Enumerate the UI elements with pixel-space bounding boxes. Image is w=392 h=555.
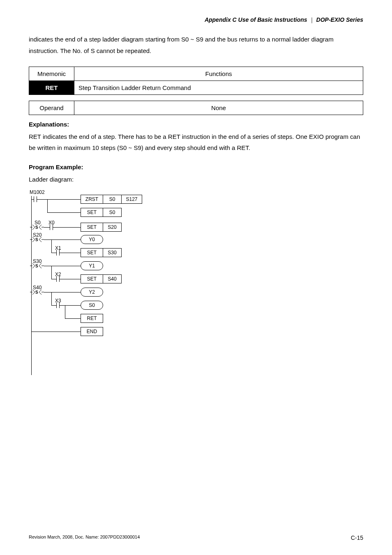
wire — [44, 227, 47, 228]
x3-contact — [54, 302, 62, 308]
svg-text:S: S — [35, 290, 38, 295]
wire — [62, 279, 81, 279]
svg-text:S: S — [35, 237, 38, 242]
page-footer: Revision March, 2008, Doc. Name: 2007PDD… — [29, 534, 363, 541]
x2-contact — [54, 276, 62, 282]
wire — [51, 266, 52, 279]
program-example-heading: Program Example: — [29, 164, 363, 170]
mnemonic-table: Mnemonic Functions RET Step Transition L… — [29, 67, 363, 95]
operand-none: None — [74, 101, 363, 115]
header-separator: ｜ — [307, 16, 316, 23]
s0-box-2: S0 — [103, 208, 122, 217]
bus-line — [31, 196, 32, 375]
footer-page-number: C-15 — [351, 534, 363, 541]
x0-contact — [47, 224, 55, 230]
wire — [44, 292, 81, 292]
wire — [44, 240, 81, 240]
wire — [47, 199, 48, 212]
set-box-4: SET — [81, 274, 103, 283]
set-box-1: SET — [81, 208, 103, 217]
y0-coil: Y0 — [81, 235, 103, 244]
svg-text:S: S — [35, 264, 38, 268]
s20-step-marker: S — [30, 236, 44, 243]
ladder-diagram: M1002 ZRST S0 S127 SET S0 S0 S X0 SET S2… — [29, 189, 173, 378]
zrst-box: ZRST — [81, 195, 103, 204]
y1-coil: Y1 — [81, 261, 103, 270]
s20-box: S20 — [103, 223, 122, 232]
y2-coil: Y2 — [81, 288, 103, 297]
s40-step-marker: S — [30, 289, 44, 295]
s30-step-marker: S — [30, 263, 44, 269]
ret-box: RET — [81, 314, 103, 323]
page-header: Appendix C Use of Basic Instructions｜DOP… — [29, 16, 363, 24]
wire — [62, 253, 81, 253]
end-box: END — [81, 327, 103, 336]
ladder-caption: Ladder diagram: — [29, 174, 363, 185]
explanations-heading: Explanations: — [29, 121, 363, 128]
wire — [55, 227, 81, 228]
s127-box: S127 — [122, 195, 142, 204]
mnemonic-header: Mnemonic — [29, 67, 74, 81]
s0-step-marker: S — [30, 224, 44, 230]
footer-revision: Revision March, 2008, Doc. Name: 2007PDD… — [29, 534, 140, 541]
wire — [51, 240, 52, 253]
wire — [51, 292, 52, 305]
operand-table: Operand None — [29, 101, 363, 115]
m1002-contact — [31, 196, 39, 202]
wire — [65, 318, 81, 319]
m1002-label: M1002 — [30, 189, 45, 195]
header-series: DOP-EXIO Series — [316, 16, 363, 23]
x1-contact — [54, 250, 62, 256]
ret-description: Step Transition Ladder Return Command — [74, 81, 363, 94]
operand-header: Operand — [29, 101, 74, 115]
s30-box: S30 — [103, 248, 122, 257]
ret-cell: RET — [29, 81, 74, 94]
s40-box: S40 — [103, 274, 122, 283]
wire — [51, 279, 54, 279]
explanations-text: RET indicates the end of a step. There h… — [29, 131, 363, 154]
functions-header: Functions — [74, 67, 363, 81]
s0-coil: S0 — [81, 301, 103, 310]
wire — [39, 199, 81, 200]
svg-text:S: S — [35, 225, 38, 230]
wire — [31, 332, 81, 332]
s0-box: S0 — [103, 195, 122, 204]
wire — [65, 305, 65, 318]
wire — [51, 305, 54, 306]
header-appendix: Appendix C Use of Basic Instructions — [205, 16, 307, 23]
intro-text: indicates the end of a step ladder diagr… — [29, 34, 363, 57]
wire — [44, 266, 81, 266]
set-box-2: SET — [81, 223, 103, 232]
set-box-3: SET — [81, 248, 103, 257]
wire — [51, 253, 54, 253]
wire — [47, 212, 81, 213]
